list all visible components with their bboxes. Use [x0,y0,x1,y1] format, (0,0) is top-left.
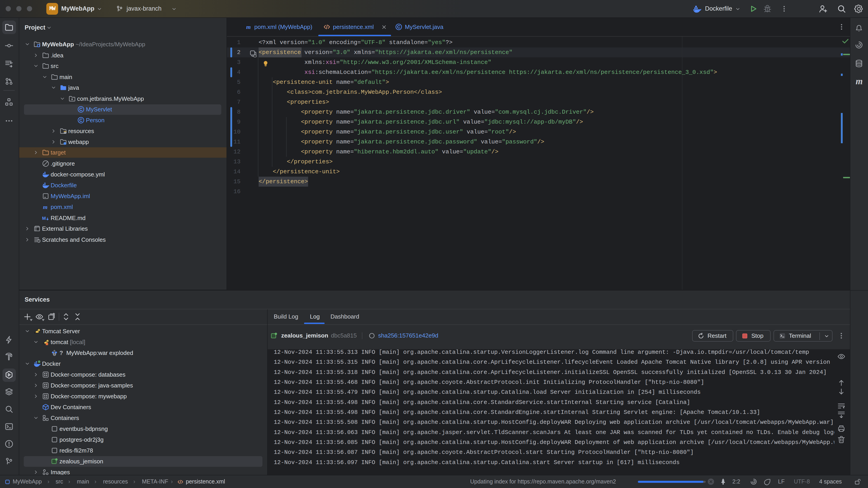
svg-text:m: m [246,24,251,30]
